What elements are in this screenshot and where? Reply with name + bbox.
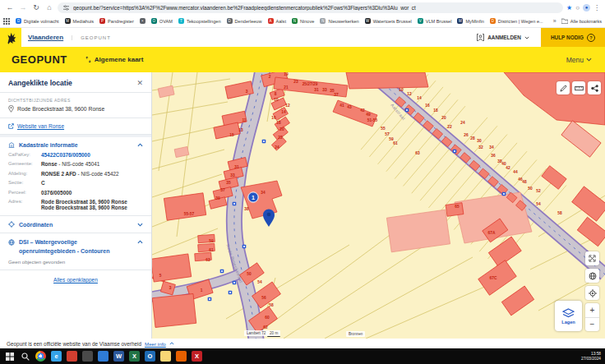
map-canvas[interactable]: 3111315313335373934363855-57596163531505…: [152, 72, 605, 339]
kv-value: Rode Broeckstraat 36, 9600 RonseRode Bro…: [41, 199, 127, 210]
zoom-out-button[interactable]: −: [585, 317, 599, 332]
bookmark-item[interactable]: MMyMinfin: [457, 18, 483, 24]
house-number: 31: [314, 88, 319, 92]
globe-view-button[interactable]: [585, 269, 599, 283]
bookmark-item[interactable]: VVLM Brussel: [418, 18, 452, 24]
taskbar-clock[interactable]: 13:58 27/03/2024: [581, 352, 601, 362]
internet-explorer-icon[interactable]: e: [51, 351, 62, 362]
zoom-extent-button[interactable]: [585, 251, 599, 265]
house-number: 22: [447, 125, 452, 129]
nearest-address-label: DICHTSTBIJZIJNDE ADRES: [8, 98, 143, 103]
word-icon[interactable]: W: [113, 351, 124, 362]
bookmark-item[interactable]: WWatertoets Brussel: [365, 18, 412, 24]
favicon: N: [320, 18, 326, 24]
chevron-up-icon: [137, 240, 143, 244]
download-icon[interactable]: ○: [575, 4, 580, 12]
kadaster-row: Gemeente:Ronse - NIS-code 45041: [8, 161, 143, 167]
app-red-icon[interactable]: [67, 351, 77, 362]
kv-label: Perceel:: [8, 190, 41, 196]
layers-button[interactable]: Lagen: [555, 301, 582, 331]
app-grey-icon[interactable]: [82, 351, 93, 362]
map-selector[interactable]: Algemene kaart: [85, 56, 144, 63]
vlaanderen-link[interactable]: Vlaanderen: [28, 34, 63, 41]
close-icon[interactable]: ✕: [136, 79, 143, 87]
kadaster-row: Adres:Rode Broeckstraat 36, 9600 RonseRo…: [8, 199, 143, 210]
share-tool-button[interactable]: [588, 81, 601, 94]
capakey-link[interactable]: 45422C0376/005000: [41, 152, 90, 158]
zoom-in-button[interactable]: +: [585, 303, 599, 317]
adobe-icon[interactable]: X: [192, 351, 202, 362]
kadaster-rows: CaPaKey:45422C0376/005000Gemeente:Ronse …: [8, 152, 143, 211]
aanmelden-button[interactable]: AANMELDEN: [477, 34, 529, 41]
house-number: 51-55: [367, 118, 378, 122]
house-number: 10: [274, 98, 279, 102]
favicon: V: [418, 18, 423, 24]
back-icon[interactable]: ←: [5, 2, 15, 12]
house-number: 48: [522, 180, 527, 184]
apps-grid-icon[interactable]: [3, 18, 10, 25]
photos-icon[interactable]: [98, 351, 109, 362]
hulp-nodig-button[interactable]: HULP NODIG ?: [541, 28, 605, 47]
browser-menu-icon[interactable]: ⋮: [593, 4, 600, 12]
house-number: 35: [226, 181, 231, 185]
chrome-icon[interactable]: [35, 351, 46, 362]
firefox-icon[interactable]: [176, 351, 187, 362]
measure-tool-button[interactable]: [572, 81, 585, 94]
profile-avatar[interactable]: ●: [583, 4, 590, 12]
house-number: 57: [385, 132, 390, 136]
kadaster-row: CaPaKey:45422C0376/005000: [8, 152, 143, 158]
house-number: 33: [322, 88, 327, 92]
bookmark-list: DDigitale volmachtMMediahuisPPandregiste…: [16, 18, 543, 24]
bookmark-item[interactable]: AAalst: [268, 18, 286, 24]
search-icon[interactable]: [20, 351, 30, 362]
sources-link[interactable]: Bronnen: [346, 331, 365, 337]
bookmark-item[interactable]: DDenderleeuw: [227, 18, 262, 24]
bookmark-item[interactable]: OOVAM: [151, 18, 173, 24]
house-number: 55: [381, 127, 386, 131]
file-explorer-icon[interactable]: [160, 351, 171, 362]
bookmark-item[interactable]: PPandregister: [99, 18, 134, 24]
excel-icon[interactable]: X: [129, 351, 140, 362]
house-number: 31: [234, 165, 239, 169]
bookmarks-overflow-chevron[interactable]: »: [553, 18, 557, 24]
home-icon[interactable]: ⌂: [44, 2, 54, 12]
bookmark-item[interactable]: •: [140, 18, 145, 24]
bookmark-item[interactable]: DDigitale volmacht: [16, 18, 59, 24]
outlook-icon[interactable]: O: [145, 351, 155, 362]
draw-tool-button[interactable]: [557, 81, 570, 94]
extent-arrows-icon: [589, 255, 596, 262]
address-bar[interactable]: geopunt.be/?service=https%3A%2F%2Fwww.me…: [58, 2, 563, 13]
bookmark-item[interactable]: TTekoopstellingen: [178, 18, 221, 24]
dsi-empty-text: Geen objecten gevonden: [8, 259, 143, 265]
bookmark-item[interactable]: NNinove: [292, 18, 314, 24]
forward-icon[interactable]: →: [18, 2, 28, 12]
house-number: 43: [347, 105, 352, 109]
geopunt-appbar: GEOPUNT Algemene kaart Menu: [0, 47, 605, 72]
kv-label: Gemeente:: [8, 161, 41, 167]
house-number: 3: [246, 90, 248, 94]
favicon: M: [457, 18, 463, 24]
geolocate-button[interactable]: [585, 286, 599, 300]
bookmark-item[interactable]: DDistricten | Wegen e...: [490, 18, 543, 24]
bookmark-item[interactable]: MMediahuis: [65, 18, 95, 24]
section-kadaster[interactable]: Kadastrale informatie: [8, 142, 143, 148]
geopunt-logo[interactable]: GEOPUNT: [12, 53, 67, 66]
menu-button[interactable]: Menu: [566, 56, 592, 64]
expand-all-link[interactable]: Alles openklappen: [53, 277, 98, 283]
kadaster-row: Afdeling:RONSE 2 AFD - NIS-code 45422: [8, 171, 143, 177]
bookmark-item[interactable]: NNieuwerkerken: [320, 18, 358, 24]
meer-info-link[interactable]: Meer info: [145, 341, 166, 347]
section-dsi[interactable]: DSI – Watergevoelige openruimtegebieden …: [8, 238, 143, 256]
favicon: P: [99, 18, 105, 24]
bookmark-star-icon[interactable]: ★: [566, 4, 572, 12]
website-link[interactable]: Website van Ronse: [17, 123, 64, 129]
all-bookmarks-button[interactable]: Alle bookmarks: [561, 18, 602, 24]
section-coordinaten[interactable]: Coördinaten: [8, 221, 143, 228]
start-button[interactable]: [4, 351, 15, 362]
house-number: 19: [284, 72, 289, 76]
chevron-up-icon: [137, 143, 143, 147]
house-number: 16: [425, 104, 430, 108]
favicon: N: [292, 18, 298, 24]
kv-label: CaPaKey:: [8, 152, 41, 158]
reload-icon[interactable]: ↻: [31, 2, 41, 12]
